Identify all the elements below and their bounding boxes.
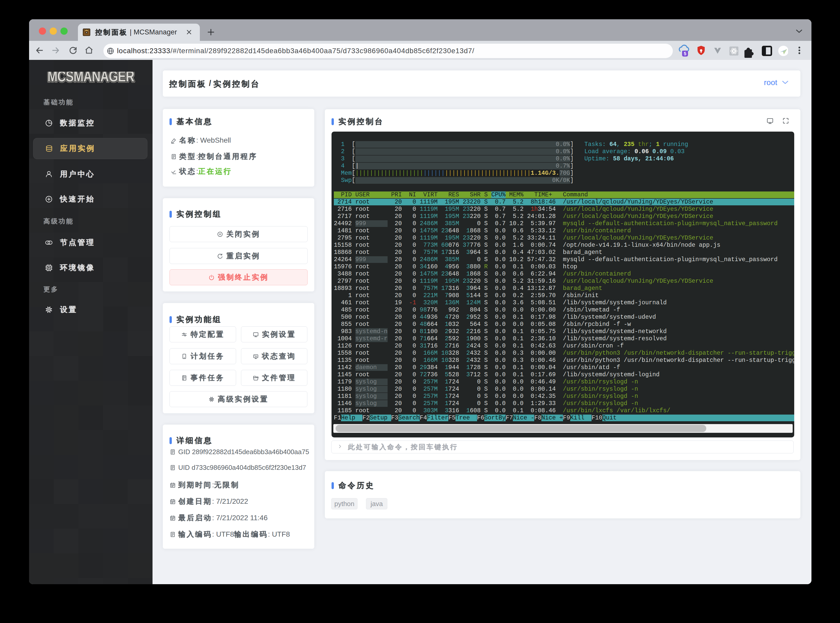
svg-text:5: 5 bbox=[684, 51, 686, 56]
svg-text:MCSMANAGER: MCSMANAGER bbox=[47, 72, 134, 85]
